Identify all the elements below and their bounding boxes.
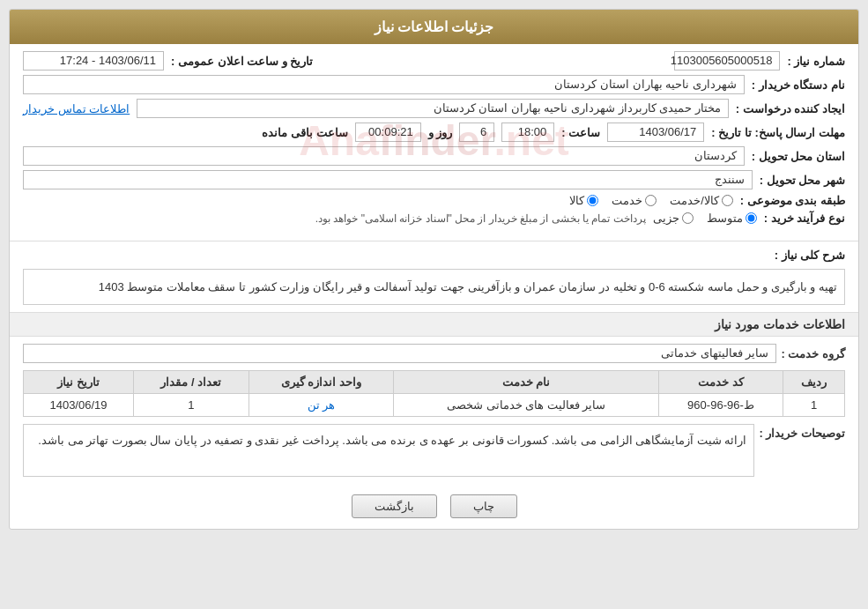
category-option-kala-khedmat[interactable]: کالا/خدمت <box>670 194 733 207</box>
category-khedmat-label: خدمت <box>612 194 642 207</box>
buyer-notes-label: توصیحات خریدار : <box>759 424 845 440</box>
category-option-kala[interactable]: کالا <box>569 194 598 207</box>
row-purchase-type: نوع فرآیند خرید : متوسط جزیی پرداخت تمام… <box>23 212 845 225</box>
city-label: شهر محل تحویل : <box>760 174 845 187</box>
service-group-row: گروه خدمت : سایر فعالیتهای خدماتی <box>23 344 845 363</box>
buttons-row: چاپ بازگشت <box>10 484 858 529</box>
cell-date: 1403/06/19 <box>24 394 134 417</box>
tender-number-value: 1103005605000518 <box>674 51 780 71</box>
table-header-row: ردیف <box>783 371 844 394</box>
announce-value: 1403/06/11 - 17:24 <box>23 51 164 71</box>
print-button[interactable]: چاپ <box>450 494 517 518</box>
category-label: طبقه بندی موضوعی : <box>740 194 845 207</box>
table-header-qty: تعداد / مقدار <box>133 371 249 394</box>
category-option-khedmat[interactable]: خدمت <box>612 194 657 207</box>
buyer-notes-box: ارائه شیت آزمایشگاهی الزامی می باشد. کسو… <box>23 424 754 477</box>
cell-name: سایر فعالیت های خدماتی شخصی <box>394 394 659 417</box>
divider-1 <box>10 241 858 241</box>
tender-number-label: شماره نیاز : <box>787 55 845 68</box>
province-label: استان محل تحویل : <box>752 150 845 163</box>
deadline-days: 6 <box>459 123 494 142</box>
deadline-remaining: 00:09:21 <box>355 123 421 142</box>
row-creator: ایجاد کننده درخواست : مختار حمیدی کاربرد… <box>23 99 845 118</box>
service-group-label: گروه خدمت : <box>781 347 845 360</box>
row-buyer-org: نام دستگاه خریدار : شهرداری ناحیه بهاران… <box>23 75 845 94</box>
service-group-value: سایر فعالیتهای خدماتی <box>23 344 776 363</box>
cell-row-num: 1 <box>783 394 844 417</box>
buyer-notes-section: توصیحات خریدار : ارائه شیت آزمایشگاهی ال… <box>23 424 845 477</box>
deadline-days-label: روز و <box>428 126 453 139</box>
deadline-time: 18:00 <box>501 123 554 142</box>
deadline-remaining-label: ساعت باقی مانده <box>262 126 347 139</box>
category-kala-khedmat-label: کالا/خدمت <box>670 194 719 207</box>
row-category: طبقه بندی موضوعی : کالا/خدمت خدمت کالا <box>23 194 845 207</box>
top-info-section: شماره نیاز : 1103005605000518 تاریخ و سا… <box>10 44 858 236</box>
row-tender-number: شماره نیاز : 1103005605000518 تاریخ و سا… <box>23 51 845 71</box>
row-city: شهر محل تحویل : سنندج <box>23 170 845 189</box>
table-header-date: تاریخ نیاز <box>24 371 134 394</box>
general-desc-value: تهیه و بارگیری و حمل ماسه شکسته 6-0 و تخ… <box>99 280 837 293</box>
main-card: جزئیات اطلاعات نیاز شماره نیاز : 1103005… <box>9 9 859 530</box>
purchase-type-note: پرداخت تمام یا بخشی از مبلغ خریدار از مح… <box>315 212 646 225</box>
creator-value: مختار حمیدی کاربرداز شهرداری ناحیه بهارا… <box>137 99 729 118</box>
purchase-type-jozi-label: جزیی <box>653 212 679 225</box>
category-kala-label: کالا <box>569 194 584 207</box>
buyer-org-value: شهرداری ناحیه بهاران استان کردستان <box>23 75 745 94</box>
table-header-unit: واحد اندازه گیری <box>249 371 394 394</box>
creator-label: ایجاد کننده درخواست : <box>736 102 845 115</box>
services-section-title: اطلاعات خدمات مورد نیاز <box>10 312 858 337</box>
general-desc-label: شرح کلی نیاز : <box>775 249 845 262</box>
back-button[interactable]: بازگشت <box>352 494 437 518</box>
table-row: 1 ط-96-96-960 سایر فعالیت های خدماتی شخص… <box>24 394 845 417</box>
row-general-desc: شرح کلی نیاز : <box>23 249 845 262</box>
row-deadline: مهلت ارسال پاسخ: تا تاریخ : 1403/06/17 س… <box>23 123 845 142</box>
row-province: استان محل تحویل : کردستان <box>23 146 845 166</box>
table-header-code: کد خدمت <box>658 371 783 394</box>
services-table: ردیف کد خدمت نام خدمت واحد اندازه گیری ت… <box>23 370 845 417</box>
purchase-type-motavasset-label: متوسط <box>707 212 743 225</box>
buyer-org-label: نام دستگاه خریدار : <box>752 78 845 92</box>
page-title: جزئیات اطلاعات نیاز <box>375 19 494 34</box>
purchase-type-label: نوع فرآیند خرید : <box>764 212 845 225</box>
purchase-type-radio-group: متوسط جزیی <box>653 212 757 225</box>
deadline-label: مهلت ارسال پاسخ: تا تاریخ : <box>711 126 845 139</box>
deadline-date: 1403/06/17 <box>607 123 704 142</box>
contact-link[interactable]: اطلاعات تماس خریدار <box>23 102 130 115</box>
category-radio-group: کالا/خدمت خدمت کالا <box>569 194 733 207</box>
purchase-type-jozi[interactable]: جزیی <box>653 212 694 225</box>
purchase-type-motavasset[interactable]: متوسط <box>707 212 757 225</box>
cell-unit: هر تن <box>249 394 394 417</box>
general-desc-box: تهیه و بارگیری و حمل ماسه شکسته 6-0 و تخ… <box>23 269 845 305</box>
cell-code: ط-96-96-960 <box>658 394 783 417</box>
cell-quantity: 1 <box>133 394 249 417</box>
city-value: سنندج <box>23 170 753 189</box>
province-value: کردستان <box>23 146 745 166</box>
card-header: جزئیات اطلاعات نیاز <box>10 10 858 44</box>
table-header-name: نام خدمت <box>394 371 659 394</box>
deadline-time-label: ساعت : <box>561 126 600 139</box>
page-wrapper: جزئیات اطلاعات نیاز شماره نیاز : 1103005… <box>0 0 868 609</box>
announce-label: تاریخ و ساعت اعلان عمومی : <box>171 55 313 68</box>
